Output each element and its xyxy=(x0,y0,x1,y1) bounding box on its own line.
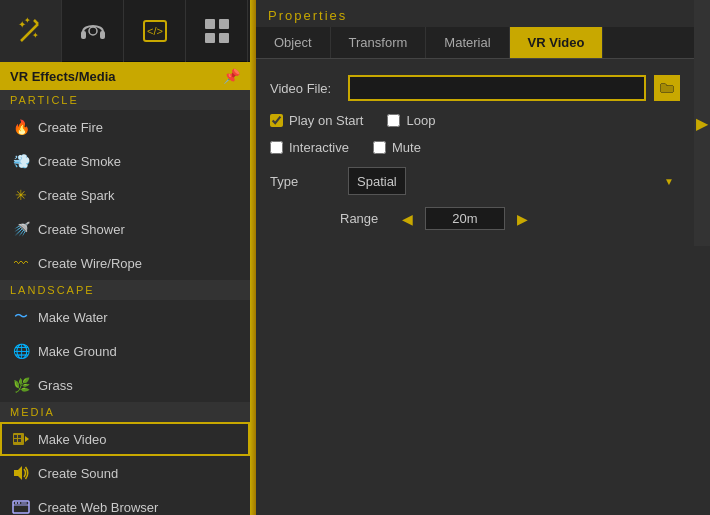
menu-item-create-wire-rope[interactable]: 〰 Create Wire/Rope xyxy=(0,246,250,280)
category-landscape: Landscape xyxy=(0,280,250,300)
range-decrease-arrow[interactable]: ◀ xyxy=(398,209,417,229)
svg-rect-11 xyxy=(219,19,229,29)
type-select[interactable]: Spatial 360 Flat xyxy=(348,167,406,195)
spark-icon: ✳ xyxy=(12,186,30,204)
water-icon: 〜 xyxy=(12,308,30,326)
properties-content: Video File: Play on Start xyxy=(256,59,694,246)
headphone-toolbar-btn[interactable] xyxy=(62,0,124,62)
svg-point-23 xyxy=(15,502,17,504)
tab-vr-video[interactable]: VR Video xyxy=(510,27,604,58)
create-fire-label: Create Fire xyxy=(38,120,103,135)
svg-rect-25 xyxy=(21,502,27,504)
svg-rect-16 xyxy=(14,435,17,438)
menu-item-make-video[interactable]: Make Video xyxy=(0,422,250,456)
loop-checkbox[interactable] xyxy=(387,114,400,127)
grass-icon: 🌿 xyxy=(12,376,30,394)
svg-rect-6 xyxy=(100,31,105,39)
svg-line-1 xyxy=(34,20,38,24)
svg-marker-15 xyxy=(25,436,29,442)
tab-object[interactable]: Object xyxy=(256,27,331,58)
tab-material[interactable]: Material xyxy=(426,27,509,58)
category-particle: Particle xyxy=(0,90,250,110)
menu-item-make-ground[interactable]: 🌐 Make Ground xyxy=(0,334,250,368)
video-icon xyxy=(12,430,30,448)
shower-icon: 🚿 xyxy=(12,220,30,238)
properties-header: Properties xyxy=(256,0,694,27)
create-sound-label: Create Sound xyxy=(38,466,118,481)
menu-item-create-shower[interactable]: 🚿 Create Shower xyxy=(0,212,250,246)
make-ground-label: Make Ground xyxy=(38,344,117,359)
loop-label[interactable]: Loop xyxy=(406,113,435,128)
range-label: Range xyxy=(340,211,390,226)
menu-item-grass[interactable]: 🌿 Grass xyxy=(0,368,250,402)
svg-point-7 xyxy=(89,27,97,35)
svg-rect-13 xyxy=(219,33,229,43)
category-media: Media xyxy=(0,402,250,422)
svg-text:✦: ✦ xyxy=(24,16,31,25)
folder-button[interactable] xyxy=(654,75,680,101)
panel-collapse-arrow[interactable]: ▶ xyxy=(694,0,710,246)
svg-rect-10 xyxy=(205,19,215,29)
svg-point-24 xyxy=(18,502,20,504)
menu-item-make-water[interactable]: 〜 Make Water xyxy=(0,300,250,334)
video-file-input[interactable] xyxy=(348,75,646,101)
tabs-bar: Object Transform Material VR Video xyxy=(256,27,694,59)
svg-marker-20 xyxy=(14,466,22,480)
range-value: 20m xyxy=(425,207,505,230)
sound-icon xyxy=(12,464,30,482)
svg-rect-12 xyxy=(205,33,215,43)
create-spark-label: Create Spark xyxy=(38,188,115,203)
range-increase-arrow[interactable]: ▶ xyxy=(513,209,532,229)
menu-item-create-spark[interactable]: ✳ Create Spark xyxy=(0,178,250,212)
create-wire-rope-label: Create Wire/Rope xyxy=(38,256,142,271)
menu-item-create-web-browser[interactable]: Create Web Browser xyxy=(0,490,250,515)
interactive-checkbox-row: Interactive xyxy=(270,140,349,155)
ground-icon: 🌐 xyxy=(12,342,30,360)
grass-label: Grass xyxy=(38,378,73,393)
create-smoke-label: Create Smoke xyxy=(38,154,121,169)
menu-item-create-sound[interactable]: Create Sound xyxy=(0,456,250,490)
interactive-label[interactable]: Interactive xyxy=(289,140,349,155)
code-toolbar-btn[interactable]: </> xyxy=(124,0,186,62)
create-shower-label: Create Shower xyxy=(38,222,125,237)
make-video-label: Make Video xyxy=(38,432,106,447)
properties-title: Properties xyxy=(268,8,347,23)
toolbar: ✦ ✦ ✦ </> xyxy=(0,0,250,62)
video-file-label: Video File: xyxy=(270,81,340,96)
mute-checkbox[interactable] xyxy=(373,141,386,154)
play-on-start-label[interactable]: Play on Start xyxy=(289,113,363,128)
mute-label[interactable]: Mute xyxy=(392,140,421,155)
svg-rect-17 xyxy=(18,435,21,438)
checkboxes-row1: Play on Start Loop xyxy=(270,113,680,128)
interactive-checkbox[interactable] xyxy=(270,141,283,154)
type-label: Type xyxy=(270,174,340,189)
section-title: VR Effects/Media xyxy=(10,69,115,84)
browser-icon xyxy=(12,498,30,515)
play-on-start-checkbox-row: Play on Start xyxy=(270,113,363,128)
mute-checkbox-row: Mute xyxy=(373,140,421,155)
play-on-start-checkbox[interactable] xyxy=(270,114,283,127)
svg-rect-18 xyxy=(14,439,17,442)
create-web-browser-label: Create Web Browser xyxy=(38,500,158,515)
smoke-icon: 💨 xyxy=(12,152,30,170)
right-panel: Properties Object Transform Material VR … xyxy=(256,0,710,515)
type-row: Type Spatial 360 Flat xyxy=(270,167,680,195)
svg-text:✦: ✦ xyxy=(32,31,39,40)
svg-rect-5 xyxy=(81,31,86,39)
menu-item-create-smoke[interactable]: 💨 Create Smoke xyxy=(0,144,250,178)
wire-icon: 〰 xyxy=(12,254,30,272)
wand-toolbar-btn[interactable]: ✦ ✦ ✦ xyxy=(0,0,62,62)
loop-checkbox-row: Loop xyxy=(387,113,435,128)
grid-toolbar-btn[interactable] xyxy=(186,0,248,62)
menu-item-create-fire[interactable]: 🔥 Create Fire xyxy=(0,110,250,144)
section-header: VR Effects/Media 📌 xyxy=(0,62,250,90)
type-select-wrapper: Spatial 360 Flat xyxy=(348,167,680,195)
checkboxes-row2: Interactive Mute xyxy=(270,140,680,155)
left-panel: ✦ ✦ ✦ </> xyxy=(0,0,250,515)
svg-rect-19 xyxy=(18,439,21,442)
fire-icon: 🔥 xyxy=(12,118,30,136)
range-row: Range ◀ 20m ▶ xyxy=(270,207,680,230)
video-file-row: Video File: xyxy=(270,75,680,101)
pin-icon: 📌 xyxy=(223,68,240,84)
tab-transform[interactable]: Transform xyxy=(331,27,427,58)
